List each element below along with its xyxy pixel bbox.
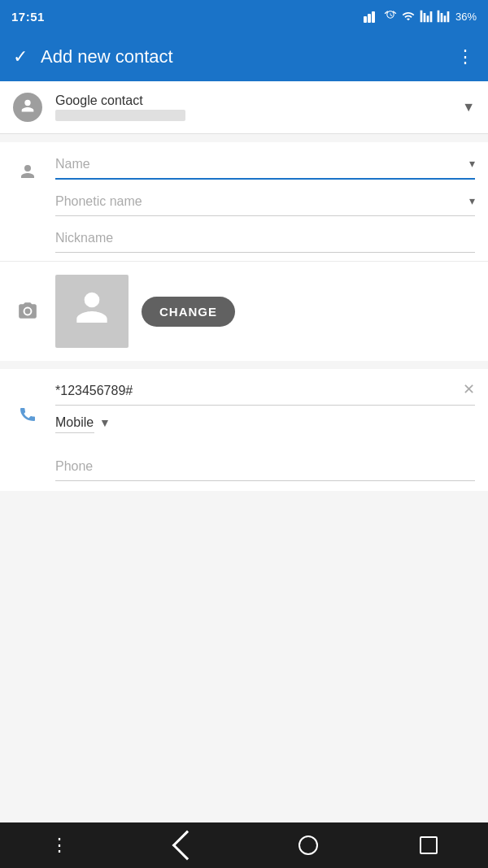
alarm-icon	[384, 10, 397, 23]
add-phone-input[interactable]	[55, 453, 475, 481]
add-phone-row	[0, 443, 488, 491]
status-icons: 36%	[364, 10, 477, 23]
phone-row: Mobile Home Work Other ▼ ✕	[0, 369, 488, 443]
signal-icon	[364, 10, 380, 23]
top-bar: ✓ Add new contact ⋮	[0, 33, 488, 81]
photo-placeholder	[55, 275, 129, 348]
battery-level: 36%	[455, 11, 477, 23]
page-title: Add new contact	[41, 46, 443, 67]
name-input[interactable]	[55, 150, 475, 180]
account-avatar-icon	[13, 93, 42, 122]
nav-dots-button[interactable]: ⋮	[50, 835, 70, 856]
phone-icon	[18, 404, 37, 423]
phone-type-dropdown-icon: ▼	[99, 416, 111, 429]
signal3-icon	[437, 10, 450, 23]
account-row[interactable]: Google contact ▼	[0, 81, 488, 134]
name-row: ▾ ▾	[0, 142, 488, 261]
svg-rect-0	[364, 16, 367, 23]
name-expand-icon[interactable]: ▾	[469, 157, 475, 170]
phonetic-input[interactable]	[55, 188, 475, 216]
phonetic-field-wrapper: ▾	[55, 188, 475, 216]
contact-photo-placeholder-icon	[69, 289, 115, 334]
svg-rect-2	[372, 11, 375, 23]
more-options-button[interactable]: ⋮	[456, 46, 475, 67]
phone-fields: Mobile Home Work Other ▼	[55, 377, 475, 443]
nav-bar: ⋮	[0, 822, 488, 868]
name-fields: ▾ ▾	[55, 150, 475, 261]
person-field-icon	[13, 158, 42, 188]
signal2-icon	[420, 10, 433, 23]
nav-back-button[interactable]	[172, 831, 202, 861]
content-area: Google contact ▼ ▾ ▾	[0, 81, 488, 822]
account-dropdown-icon[interactable]: ▼	[462, 100, 475, 115]
phone-section: Mobile Home Work Other ▼ ✕	[0, 369, 488, 491]
phone-icon-wrap	[13, 399, 42, 428]
phonetic-expand-icon[interactable]: ▾	[469, 194, 475, 207]
nav-home-button[interactable]	[298, 835, 318, 855]
person-icon	[18, 163, 37, 183]
remove-phone-button[interactable]: ✕	[463, 380, 475, 398]
confirm-button[interactable]: ✓	[13, 46, 28, 67]
status-time: 17:51	[11, 10, 45, 24]
camera-icon	[17, 301, 38, 322]
name-section: ▾ ▾	[0, 142, 488, 261]
phone-type-select[interactable]: Mobile Home Work Other	[55, 412, 94, 433]
change-photo-button[interactable]: CHANGE	[142, 297, 235, 327]
name-field-wrapper: ▾	[55, 150, 475, 180]
camera-icon-wrap	[13, 297, 42, 326]
account-selector: Google contact	[55, 93, 449, 121]
wifi-icon	[401, 10, 416, 23]
account-label: Google contact	[55, 93, 449, 108]
person-icon	[19, 98, 37, 116]
nickname-input[interactable]	[55, 224, 475, 253]
account-email	[55, 110, 185, 121]
photo-section: CHANGE	[0, 261, 488, 361]
status-bar: 17:51 36%	[0, 0, 488, 33]
phone-type-row: Mobile Home Work Other ▼	[55, 406, 475, 443]
svg-rect-1	[368, 14, 371, 23]
phone-number-input[interactable]	[55, 377, 475, 406]
nav-recents-button[interactable]	[420, 836, 438, 854]
nickname-field-wrapper	[55, 224, 475, 253]
